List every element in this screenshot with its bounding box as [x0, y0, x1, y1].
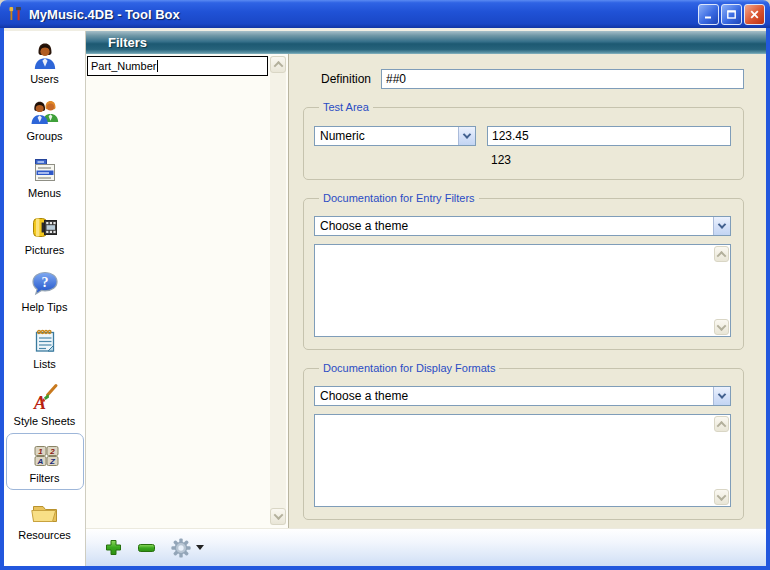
chevron-down-icon — [717, 491, 727, 501]
entry-docs-content — [316, 246, 712, 335]
scroll-up-button[interactable] — [270, 56, 286, 73]
add-filter-button[interactable] — [105, 539, 122, 556]
svg-text:A: A — [33, 393, 46, 413]
test-value-input[interactable] — [487, 126, 731, 146]
display-docs-textarea[interactable] — [314, 414, 731, 507]
chevron-up-icon — [717, 420, 727, 430]
plus-icon — [105, 539, 122, 556]
display-docs-content — [316, 416, 712, 505]
sidebar-item-menus[interactable]: Menus — [6, 148, 84, 205]
pictures-icon — [29, 211, 61, 243]
sidebar-label: Pictures — [25, 244, 65, 256]
test-row: Numeric — [314, 126, 731, 146]
sidebar-item-pictures[interactable]: Pictures — [6, 205, 84, 262]
chevron-up-icon — [717, 250, 727, 260]
minimize-button[interactable] — [698, 4, 719, 25]
filter-name-text: Part_Number — [91, 60, 156, 72]
entry-docs-textarea[interactable] — [314, 244, 731, 337]
text-caret — [157, 60, 158, 72]
page-title: Filters — [108, 35, 147, 50]
remove-filter-button[interactable] — [138, 544, 155, 552]
gear-icon — [171, 538, 191, 558]
chevron-down-icon — [463, 130, 471, 138]
scroll-up-button[interactable] — [714, 416, 729, 432]
definition-label: Definition — [321, 72, 381, 86]
filter-form-panel: Definition Test Area Numeric — [288, 54, 766, 528]
sidebar-item-help-tips[interactable]: ? Help Tips — [6, 262, 84, 319]
chevron-down-icon — [718, 390, 726, 398]
sidebar: Users Groups — [4, 31, 86, 566]
maximize-icon — [726, 9, 737, 20]
scroll-down-button[interactable] — [270, 508, 286, 525]
sidebar-item-resources[interactable]: Resources — [6, 490, 84, 547]
sidebar-item-groups[interactable]: Groups — [6, 91, 84, 148]
entry-docs-group: Documentation for Entry Filters Choose a… — [303, 192, 744, 350]
svg-text:?: ? — [41, 275, 48, 290]
app-window: MyMusic.4DB - Tool Box Users — [0, 0, 770, 570]
sidebar-label: Lists — [33, 358, 56, 370]
filter-list-panel: Part_Number — [86, 54, 288, 528]
help-tips-icon: ? — [29, 268, 61, 300]
sidebar-item-filters[interactable]: 1 2 A Z Filters — [6, 433, 84, 490]
scroll-down-button[interactable] — [714, 319, 729, 335]
toolbox-icon — [7, 6, 23, 22]
sidebar-label: Menus — [28, 187, 61, 199]
window-body: Users Groups — [0, 28, 770, 570]
content-area: Filters Part_Number — [86, 31, 766, 566]
sidebar-item-lists[interactable]: Lists — [6, 319, 84, 376]
combo-arrow-button[interactable] — [713, 387, 730, 405]
titlebar: MyMusic.4DB - Tool Box — [0, 0, 770, 28]
chevron-down-icon — [273, 510, 283, 520]
entry-theme-select[interactable]: Choose a theme — [314, 216, 731, 236]
menus-icon — [29, 154, 61, 186]
minimize-icon — [703, 9, 714, 20]
close-icon — [749, 9, 760, 20]
chevron-down-icon — [718, 220, 726, 228]
definition-input[interactable] — [381, 69, 744, 89]
page-header: Filters — [86, 31, 766, 54]
style-sheets-icon: A — [29, 382, 61, 414]
svg-text:2: 2 — [49, 447, 55, 456]
maximize-button[interactable] — [721, 4, 742, 25]
sidebar-label: Help Tips — [22, 301, 68, 313]
sidebar-label: Filters — [30, 472, 60, 484]
close-button[interactable] — [744, 4, 765, 25]
minus-icon — [138, 544, 155, 552]
sidebar-label: Resources — [18, 529, 71, 541]
scroll-up-button[interactable] — [714, 246, 729, 262]
bottom-toolbar — [86, 528, 766, 566]
dropdown-arrow-icon — [196, 545, 204, 550]
chevron-down-icon — [717, 321, 727, 331]
filters-icon: 1 2 A Z — [29, 439, 61, 471]
sidebar-item-style-sheets[interactable]: A Style Sheets — [6, 376, 84, 433]
sidebar-item-users[interactable]: Users — [6, 34, 84, 91]
resources-icon — [29, 496, 61, 528]
options-menu-button[interactable] — [171, 538, 204, 558]
sidebar-label: Groups — [26, 130, 62, 142]
list-scrollbar[interactable] — [270, 56, 286, 525]
window-title: MyMusic.4DB - Tool Box — [29, 7, 696, 22]
test-area-title: Test Area — [319, 101, 373, 113]
sidebar-label: Style Sheets — [14, 415, 76, 427]
sidebar-label: Users — [30, 73, 59, 85]
test-type-select[interactable]: Numeric — [314, 126, 476, 146]
combo-arrow-button[interactable] — [713, 217, 730, 235]
display-docs-title: Documentation for Display Formats — [319, 362, 499, 374]
entry-docs-title: Documentation for Entry Filters — [319, 192, 479, 204]
entry-theme-value: Choose a theme — [315, 217, 713, 235]
lists-icon — [29, 325, 61, 357]
combo-arrow-button[interactable] — [458, 127, 475, 145]
display-theme-select[interactable]: Choose a theme — [314, 386, 731, 406]
test-type-value: Numeric — [315, 127, 458, 145]
svg-text:1: 1 — [38, 447, 43, 456]
test-area-group: Test Area Numeric 123 — [303, 101, 744, 180]
display-theme-value: Choose a theme — [315, 387, 713, 405]
test-result-text: 123 — [491, 153, 731, 167]
svg-text:A: A — [36, 457, 43, 466]
filter-name-edit-cell[interactable]: Part_Number — [87, 56, 268, 76]
groups-icon — [29, 97, 61, 129]
scroll-down-button[interactable] — [714, 489, 729, 505]
main-area: Part_Number Definition — [86, 54, 766, 528]
display-docs-group: Documentation for Display Formats Choose… — [303, 362, 744, 520]
definition-row: Definition — [321, 69, 744, 89]
